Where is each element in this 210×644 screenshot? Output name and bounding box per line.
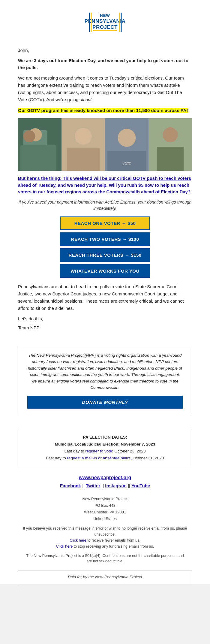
mail-date: : October 31, 2023 (130, 456, 164, 460)
headline: We are 3 days out from Election Day, and… (18, 57, 192, 71)
facebook-link[interactable]: Facebook (60, 483, 81, 488)
donate-monthly-button[interactable]: DONATE MONTHLY (27, 396, 183, 409)
closing-text: Pennsylvanians are about to head to the … (18, 283, 192, 312)
cta-paragraph: But here's the thing: This weekend will … (18, 175, 192, 195)
btn-reach-two[interactable]: REACH TWO VOTERS → $100 (60, 232, 150, 246)
svg-point-19 (118, 129, 136, 147)
footer-address: New Pennsylvania Project PO Box 443 West… (0, 494, 210, 523)
mail-pre: Last day to (46, 456, 67, 460)
address-line4: United States (18, 516, 192, 522)
svg-point-15 (75, 128, 92, 145)
italic-note: If you've saved your payment information… (18, 199, 192, 212)
stop-fundraising-post: to stop receiving any fundraising emails… (73, 544, 154, 549)
logo-svg: NEW PENNSYLVANIA PROJECT (81, 10, 129, 34)
photo-section: VOTE (18, 118, 192, 171)
body-text-intro: We are not messing around when it comes … (18, 75, 184, 102)
youtube-link[interactable]: YouTube (131, 483, 150, 488)
election-title: PA ELECTION DATES: (26, 434, 184, 441)
sign-off: Let's do this, (18, 316, 192, 322)
mail-line: Last day to request a mail-in or absente… (26, 455, 184, 462)
btn-reach-three[interactable]: REACH THREE VOTERS → $150 (60, 248, 150, 262)
svg-rect-20 (107, 151, 146, 171)
unsubscribe-section: If you believe you received this message… (0, 524, 210, 551)
mail-link[interactable]: request a mail-in or absentee ballot (67, 456, 130, 460)
spacer-1 (18, 334, 192, 343)
stop-fundraising-line: Click here to stop receiving any fundrai… (18, 543, 192, 549)
photo-1 (18, 118, 62, 171)
register-date: : October 23, 2023 (112, 449, 146, 453)
address-line2: PO Box 443 (18, 502, 192, 509)
main-content: John, We are 3 days out from Election Da… (0, 42, 210, 346)
info-box-text: The New Pennsylvania Project (NPP) is a … (27, 352, 183, 391)
photo-3: VOTE (105, 118, 148, 171)
twitter-link[interactable]: Twitter (86, 483, 100, 488)
social-row: Facebook || Twitter || Instagram || YouT… (18, 482, 192, 489)
svg-rect-16 (67, 148, 100, 171)
address-line1: New Pennsylvania Project (18, 496, 192, 502)
body-paragraph-1: We are not messing around when it comes … (18, 74, 192, 103)
donation-buttons: REACH ONE VOTER → $50 REACH TWO VOTERS →… (18, 216, 192, 278)
address-line3: West Chester, PA 19381 (18, 509, 192, 516)
header: NEW PENNSYLVANIA PROJECT (0, 0, 210, 42)
svg-text:VOTE: VOTE (123, 162, 131, 165)
separator-1: || (82, 483, 86, 488)
stop-fundraising-link[interactable]: Click here (56, 544, 73, 549)
photo-4 (148, 118, 192, 171)
register-link[interactable]: register to vote (85, 449, 112, 453)
election-subtitle: Municipal/Local/Judicial Election: Novem… (26, 441, 184, 448)
highlight-paragraph: Our GOTV program has already knocked on … (18, 107, 192, 114)
website-link[interactable]: www.newpaproject.org (18, 474, 192, 481)
highlight-text: Our GOTV program has already knocked on … (18, 108, 188, 113)
signature: Team NPP (18, 325, 192, 331)
svg-rect-5 (93, 30, 117, 31)
svg-text:PROJECT: PROJECT (92, 24, 118, 30)
separator-2: || (101, 483, 105, 488)
register-line: Last day to register to vote: October 23… (26, 448, 184, 455)
instagram-link[interactable]: Instagram (105, 483, 127, 488)
photo-2 (62, 118, 105, 171)
register-pre: Last day to (64, 449, 86, 453)
election-box: PA ELECTION DATES: Municipal/Local/Judic… (18, 429, 192, 466)
unsubscribe-text: If you believe you received this message… (18, 525, 192, 537)
spacer-2 (0, 420, 210, 429)
greeting: John, (18, 47, 192, 54)
svg-point-24 (163, 127, 178, 142)
logo-area: NEW PENNSYLVANIA PROJECT (0, 5, 210, 39)
info-box: The New Pennsylvania Project (NPP) is a … (18, 346, 192, 415)
fewer-emails-link[interactable]: Click here (70, 538, 86, 543)
separator-3: || (128, 483, 131, 488)
body-text-italic: all out: (80, 97, 93, 102)
footer-legal: The New Pennsylvania Project is a 501(c)… (0, 551, 210, 566)
svg-point-11 (23, 130, 35, 142)
fewer-emails-line: Click here to receive fewer emails from … (18, 537, 192, 543)
cta-link[interactable]: But here's the thing: This weekend will … (18, 176, 191, 194)
email-wrapper: NEW PENNSYLVANIA PROJECT John, We are 3 … (0, 0, 210, 584)
btn-whatever[interactable]: WHATEVER WORKS FOR YOU (60, 264, 150, 278)
svg-text:NEW: NEW (100, 13, 110, 18)
btn-reach-one[interactable]: REACH ONE VOTER → $50 (60, 216, 150, 230)
paid-for-box: Paid for by the New Pennsylvania Project (18, 570, 192, 584)
footer-links: www.newpaproject.org Facebook || Twitter… (0, 472, 210, 495)
svg-rect-12 (20, 145, 56, 171)
svg-rect-25 (157, 147, 184, 171)
fewer-emails-post: to receive fewer emails from us. (86, 538, 140, 543)
